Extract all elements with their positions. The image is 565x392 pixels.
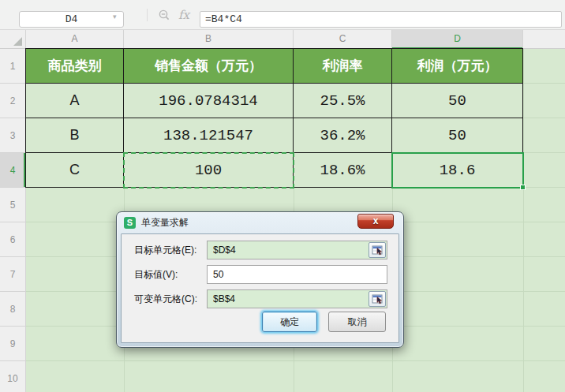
cell-a3[interactable]: B: [26, 118, 124, 153]
row-header-9[interactable]: 9: [0, 327, 25, 361]
target-cell-label: 目标单元格(E):: [134, 244, 207, 257]
cell-picker-button[interactable]: [369, 291, 386, 307]
dialog-title: 单变量求解: [141, 216, 189, 230]
cancel-button[interactable]: 取消: [328, 312, 386, 332]
formula-toolbar: ▾ fx: [0, 0, 565, 30]
name-box-dropdown-icon[interactable]: ▾: [113, 13, 117, 21]
cell-c4[interactable]: 18.6%: [294, 153, 392, 188]
column-header-row: A B C D: [0, 30, 565, 49]
fill-handle[interactable]: [520, 185, 526, 190]
spreadsheet-app: ▾ fx A B C D 1 2 3 4 5 6 7 8 9 10: [0, 0, 565, 392]
close-button[interactable]: x: [357, 214, 394, 229]
column-header-b[interactable]: B: [124, 30, 294, 49]
zoom-out-icon[interactable]: [158, 9, 171, 25]
formula-input[interactable]: [200, 11, 562, 28]
row-header-10[interactable]: 10: [0, 361, 25, 392]
table-header-cell-d1[interactable]: 利润（万元）: [392, 49, 523, 84]
dialog-content: 目标单元格(E): 目标值(V):: [121, 233, 399, 343]
target-value-input[interactable]: [207, 265, 387, 284]
name-box[interactable]: [19, 11, 124, 28]
fx-icon[interactable]: fx: [178, 8, 189, 22]
row-header-5[interactable]: 5: [0, 188, 25, 222]
changing-cell-input[interactable]: [207, 289, 387, 308]
table-header-cell-c1[interactable]: 利润率: [294, 49, 392, 84]
cell-picker-button[interactable]: [369, 242, 386, 258]
cell-c3[interactable]: 36.2%: [294, 118, 392, 153]
cell-b4-changing-cell[interactable]: 100: [124, 153, 294, 188]
ok-button[interactable]: 确定: [262, 312, 317, 332]
dialog-buttons: 确定 取消: [262, 312, 386, 332]
changing-cell-label: 可变单元格(C):: [134, 293, 207, 306]
cell-d3[interactable]: 50: [392, 118, 523, 153]
row-header-6[interactable]: 6: [0, 222, 25, 257]
table-header-cell-a1[interactable]: 商品类别: [26, 49, 124, 84]
select-all-triangle-icon: [13, 37, 22, 46]
cell-d2[interactable]: 50: [392, 84, 523, 118]
column-header-a[interactable]: A: [26, 30, 124, 49]
target-cell-input[interactable]: [207, 241, 387, 259]
row-header-2[interactable]: 2: [0, 84, 25, 118]
cell-d4-selected[interactable]: 18.6: [392, 153, 523, 188]
row-header-8[interactable]: 8: [0, 292, 25, 327]
changing-cell-row: 可变单元格(C):: [134, 289, 387, 308]
cell-a2[interactable]: A: [26, 84, 124, 118]
cell-c2[interactable]: 25.5%: [294, 84, 392, 118]
row-header-1[interactable]: 1: [0, 49, 25, 84]
cell-b2[interactable]: 196.0784314: [124, 84, 294, 118]
target-value-label: 目标值(V):: [134, 268, 207, 282]
target-value-row: 目标值(V):: [134, 265, 387, 284]
row-header-4-selected[interactable]: 4: [0, 153, 25, 188]
toolbar-divider: [147, 9, 148, 21]
table-header-cell-b1[interactable]: 销售金额（万元）: [124, 49, 294, 84]
gridline: [523, 49, 524, 392]
cell-a4[interactable]: C: [26, 153, 124, 188]
column-header-d-selected[interactable]: D: [392, 30, 523, 49]
row-header-3[interactable]: 3: [0, 118, 25, 153]
row-header-column: 1 2 3 4 5 6 7 8 9 10: [0, 49, 26, 392]
column-header-c[interactable]: C: [294, 30, 392, 49]
goal-seek-dialog: S 单变量求解 x 目标单元格(E):: [116, 211, 404, 348]
data-table: 商品类别 销售金额（万元） 利润率 利润（万元） A 196.0784314 2…: [25, 48, 523, 188]
target-cell-row: 目标单元格(E):: [134, 241, 387, 259]
row-header-7[interactable]: 7: [0, 257, 25, 292]
wps-spreadsheet-icon: S: [124, 217, 136, 229]
column-header-filler[interactable]: [523, 30, 565, 49]
cell-b3[interactable]: 138.121547: [124, 118, 294, 153]
select-all-button[interactable]: [0, 30, 26, 49]
